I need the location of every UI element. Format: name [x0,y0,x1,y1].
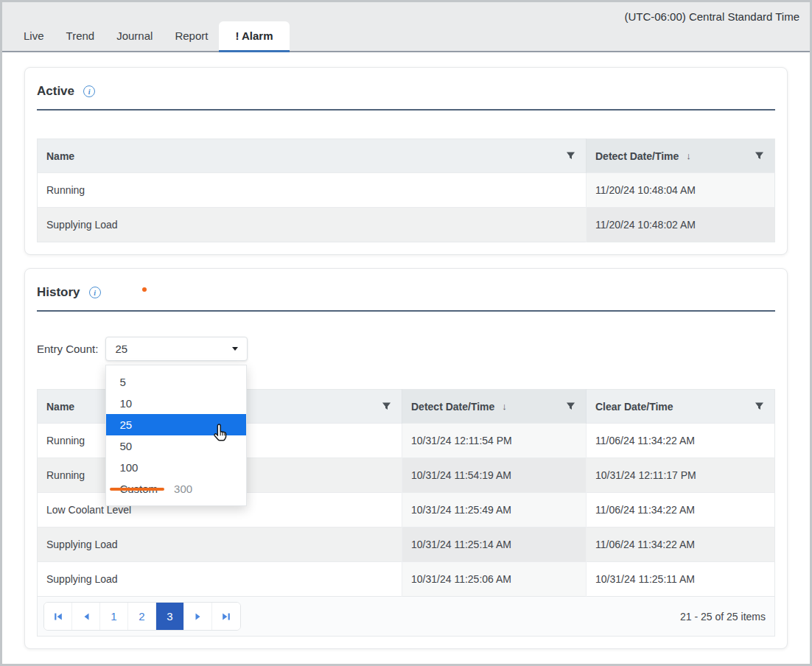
table-row: Supplying Load 11/20/24 10:48:02 AM [38,208,775,242]
history-row-clear: 11/06/24 11:34:22 AM [587,527,775,562]
active-row-detect: 11/20/24 10:48:02 AM [587,208,775,242]
active-name-header-label: Name [46,150,74,162]
active-row-name: Supplying Load [38,208,587,242]
history-row-detect: 10/31/24 12:11:54 PM [402,424,587,458]
history-section-header: History i [37,285,775,300]
history-divider [37,310,775,312]
entry-count-option-5[interactable]: 5 [106,371,246,393]
history-row-clear: 10/31/24 11:25:11 AM [587,562,775,597]
pager-last-button[interactable] [212,603,240,630]
pager-page-2[interactable]: 2 [128,603,156,630]
active-detect-header-label: Detect Date/Time [595,150,679,162]
entry-count-option-100[interactable]: 100 [106,457,246,478]
timezone-label: (UTC-06:00) Central Standard Time [624,10,799,23]
chevron-down-icon [232,347,238,351]
active-name-column-header[interactable]: Name [38,139,587,173]
active-alarms-card: Active i Name [24,67,788,255]
history-row-detect: 10/31/24 11:25:14 AM [402,527,587,562]
pager-next-button[interactable] [184,603,212,630]
active-section-header: Active i [37,84,775,99]
pager-first-button[interactable] [44,603,72,630]
custom-option-value: 300 [174,483,192,495]
entry-count-option-10[interactable]: 10 [106,393,246,414]
history-pager-bar: 1 2 3 21 - 25 of 25 items [37,597,775,637]
annotation-dot [142,287,147,292]
sort-descending-icon: ↓ [502,401,507,412]
history-row-name: Supplying Load [38,527,402,562]
alarm-content: Active i Name [2,52,810,666]
active-row-detect: 11/20/24 10:48:04 AM [587,173,775,208]
history-row-detect: 10/31/24 11:54:19 AM [402,458,587,493]
pager-buttons: 1 2 3 [43,602,241,631]
history-alarms-card: History i Entry Count: 25 5 10 25 50 [24,268,788,649]
entry-count-dropdown: 25 5 10 25 50 100 Custom 300 [105,337,248,361]
cursor-hand-icon [211,423,231,446]
entry-count-label: Entry Count: [37,343,98,355]
history-section-title: History [37,285,80,300]
active-section-title: Active [37,84,74,99]
history-detect-filter-icon[interactable] [564,400,577,413]
pager-page-3-active[interactable]: 3 [156,603,184,630]
pager-items-summary: 21 - 25 of 25 items [680,611,766,623]
entry-count-row: Entry Count: 25 5 10 25 50 100 Custom [37,337,775,361]
history-row-clear: 11/06/24 11:34:22 AM [587,424,775,458]
history-row-name: Supplying Load [38,562,402,597]
pager-page-1[interactable]: 1 [100,603,128,630]
tab-report[interactable]: Report [164,21,219,51]
history-detect-column-header[interactable]: Detect Date/Time ↓ [402,390,587,424]
history-detect-header-label: Detect Date/Time [411,401,494,413]
active-info-icon[interactable]: i [83,85,95,97]
pager-prev-button[interactable] [72,603,100,630]
history-row-clear: 11/06/24 11:34:22 AM [587,493,775,527]
tab-trend[interactable]: Trend [55,21,106,51]
sort-descending-icon: ↓ [686,150,691,161]
history-clear-column-header[interactable]: Clear Date/Time [587,390,775,424]
history-name-filter-icon[interactable] [380,400,393,413]
entry-count-select[interactable]: 25 [105,337,248,361]
top-bar: (UTC-06:00) Central Standard Time Live T… [2,2,810,52]
tab-journal[interactable]: Journal [105,21,164,51]
active-detect-filter-icon[interactable] [753,150,766,162]
history-name-header-label: Name [46,401,74,413]
active-alarms-table: Name Detect Date/Time ↓ [37,139,775,242]
active-row-name: Running [38,173,587,208]
tab-alarm[interactable]: ! Alarm [219,21,289,51]
table-row: Supplying Load 10/31/24 11:25:06 AM 10/3… [38,562,775,597]
table-row: Supplying Load 10/31/24 11:25:14 AM 11/0… [38,527,775,562]
history-row-detect: 10/31/24 11:25:06 AM [402,562,587,597]
history-clear-header-label: Clear Date/Time [595,401,673,413]
table-row: Running 11/20/24 10:48:04 AM [38,173,775,208]
entry-count-value: 25 [115,343,127,355]
tab-bar: Live Trend Journal Report ! Alarm [13,21,290,51]
custom-option-label: Custom [119,483,158,495]
history-clear-filter-icon[interactable] [753,400,766,413]
history-info-icon[interactable]: i [89,287,101,298]
active-name-filter-icon[interactable] [564,150,577,162]
history-row-clear: 10/31/24 12:11:17 PM [587,458,775,493]
entry-count-option-custom[interactable]: Custom 300 [106,478,246,500]
tab-live[interactable]: Live [13,21,55,51]
history-row-detect: 10/31/24 11:25:49 AM [402,493,587,527]
active-divider [37,109,775,111]
active-detect-column-header[interactable]: Detect Date/Time ↓ [587,139,775,173]
alarm-page: (UTC-06:00) Central Standard Time Live T… [0,0,812,666]
